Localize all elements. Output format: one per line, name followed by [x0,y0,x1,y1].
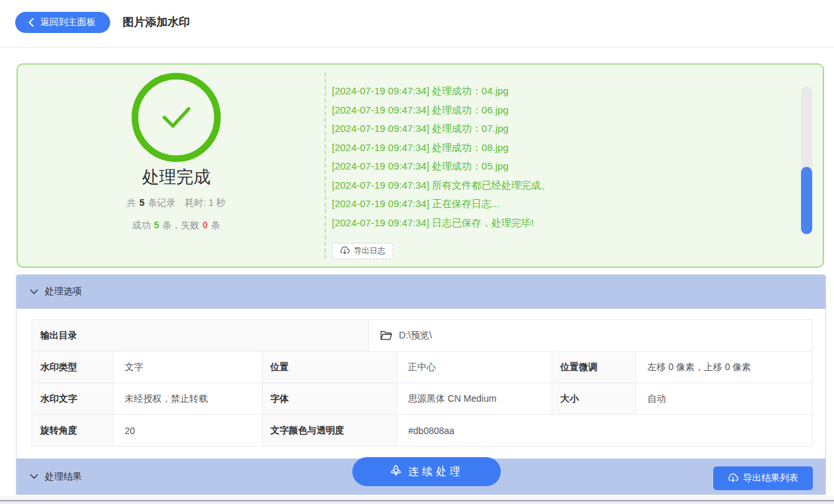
position-label: 位置 [263,352,397,383]
position-value: 正中心 [397,352,553,383]
log-line: [2024-07-19 09:47:34] 所有文件都已经处理完成。 [332,176,794,195]
log-line: [2024-07-19 09:47:34] 处理成功：07.jpg [332,119,794,139]
success-check-icon [131,73,221,162]
font-value: 思源黑体 CN Medium [397,383,553,415]
fail-count: 0 [199,220,211,230]
cloud-download-icon [340,246,350,257]
log-scrollbar-track[interactable] [801,86,812,234]
result-summary: 处理完成 共5条记录耗时: 1 秒 成功5条，失败0条 [18,65,335,267]
export-log-button[interactable]: 导出日志 [332,243,393,259]
back-to-dashboard-button[interactable]: 返回到主面板 [15,12,110,33]
bottom-strip [0,495,834,504]
chevron-down-icon [30,474,38,480]
log-line: [2024-07-19 09:47:34] 日志已保存，处理完毕! [332,214,794,233]
folder-icon [380,331,393,340]
table-row: 旋转角度 20 文字颜色与透明度 #db0808aa [32,415,813,447]
result-panel: 处理完成 共5条记录耗时: 1 秒 成功5条，失败0条 [2024-07-19 … [16,63,824,268]
collapse-container: 处理选项 输出目录 D:\预览\ 水印类型 文字 位置 正中 [16,274,826,495]
section-header-results[interactable]: 处理结果 连续处理 导出结果列表 [16,458,825,495]
output-dir-label: 输出目录 [32,320,369,352]
section-title-results: 处理结果 [45,471,82,483]
total-count: 5 [136,197,148,208]
color-opacity-label: 文字颜色与透明度 [263,415,397,447]
table-row: 水印文字 未经授权，禁止转载 字体 思源黑体 CN Medium 大小 自动 [32,383,813,415]
export-results-label: 导出结果列表 [743,472,798,484]
elapsed-time: 耗时: 1 秒 [185,197,225,208]
continue-button-label: 连续处理 [408,465,464,479]
watermark-text-value: 未经授权，禁止转载 [113,383,263,415]
size-label: 大小 [552,383,636,415]
log-line: [2024-07-19 09:47:34] 正在保存日志... [332,195,794,214]
font-label: 字体 [263,383,397,415]
log-list: [2024-07-19 09:47:34] 处理成功：04.jpg [2024-… [332,82,794,232]
status-title: 处理完成 [18,166,335,188]
rotation-value: 20 [113,415,263,447]
page-title: 图片添加水印 [123,12,190,33]
color-opacity-value: #db0808aa [397,415,813,447]
options-content: 输出目录 D:\预览\ 水印类型 文字 位置 正中心 位置微调 左移 0 像素，… [16,309,825,458]
chevron-left-icon [28,18,34,27]
stats-success-line: 成功5条，失败0条 [18,218,335,232]
table-row: 输出目录 D:\预览\ [32,320,813,352]
top-divider [0,47,834,47]
rocket-icon [390,464,403,479]
watermark-type-value: 文字 [113,352,263,383]
table-row: 水印类型 文字 位置 正中心 位置微调 左移 0 像素，上移 0 像素 [32,352,813,383]
position-offset-label: 位置微调 [552,352,636,383]
export-results-button[interactable]: 导出结果列表 [713,466,813,490]
back-button-label: 返回到主面板 [40,16,96,28]
chevron-down-icon [30,289,38,295]
position-offset-value: 左移 0 像素，上移 0 像素 [636,352,813,383]
stats-total-line: 共5条记录耗时: 1 秒 [18,196,335,209]
log-line: [2024-07-19 09:47:34] 处理成功：08.jpg [332,139,794,158]
log-scrollbar-thumb[interactable] [801,167,812,234]
success-count: 5 [150,220,162,230]
log-line: [2024-07-19 09:47:34] 处理成功：05.jpg [332,157,794,176]
log-line: [2024-07-19 09:47:34] 处理成功：04.jpg [332,82,794,101]
section-title-options: 处理选项 [45,286,82,298]
rotation-label: 旋转角度 [32,415,113,447]
page: 返回到主面板 图片添加水印 处理完成 共5条记录耗时: 1 秒 成功5条，失败0… [0,0,834,504]
bottom-strip-shadow [0,501,834,504]
export-log-label: 导出日志 [354,245,385,257]
continue-processing-button[interactable]: 连续处理 [352,457,501,486]
output-dir-value[interactable]: D:\预览\ [369,320,813,352]
size-value: 自动 [636,383,813,415]
watermark-type-label: 水印类型 [32,352,113,383]
log-line: [2024-07-19 09:47:34] 处理成功：06.jpg [332,101,794,120]
panel-divider [325,73,326,259]
section-header-options[interactable]: 处理选项 [16,274,825,309]
watermark-text-label: 水印文字 [32,383,113,415]
cloud-download-icon [728,473,738,484]
options-table: 输出目录 D:\预览\ 水印类型 文字 位置 正中心 位置微调 左移 0 像素，… [32,319,813,447]
